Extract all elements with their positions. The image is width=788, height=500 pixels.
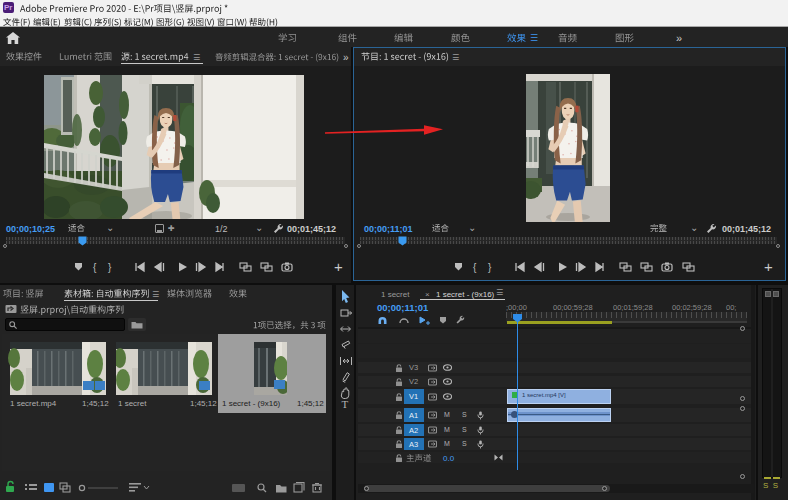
svg-text:}: } [488, 262, 492, 273]
svg-text:}: } [108, 262, 112, 273]
svg-text:{: { [473, 262, 477, 273]
svg-text:{: { [93, 262, 97, 273]
svg-text:T: T [342, 398, 349, 410]
